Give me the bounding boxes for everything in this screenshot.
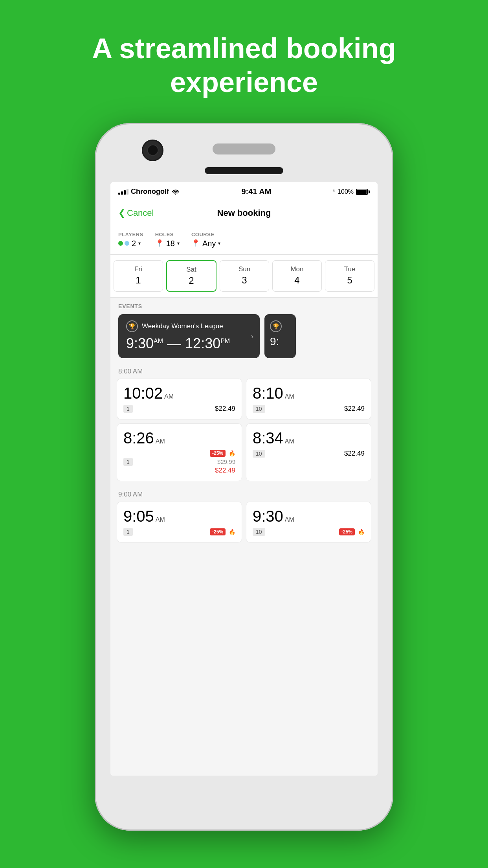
- tee-time-bottom-905: 1 -25% 🔥: [123, 528, 235, 536]
- discount-badge-826: -25%: [210, 450, 226, 457]
- events-label: EVENTS: [118, 303, 370, 309]
- event-time-2: 9:: [270, 335, 290, 348]
- tee-time-930[interactable]: 9:30 AM 10 -25% 🔥: [246, 502, 371, 542]
- status-time: 9:41 AM: [241, 187, 271, 196]
- events-scroll: 🏆 Weekday Women's League 9:30AM — 12:30P…: [118, 314, 370, 358]
- course-dropdown-icon: ▾: [218, 241, 220, 246]
- bluetooth-icon: *: [333, 188, 335, 195]
- tee-time-905[interactable]: 9:05 AM 1 -25% 🔥: [117, 502, 242, 542]
- signal-icon: [118, 189, 128, 195]
- tee-time-top-905: 9:05 AM: [123, 508, 235, 524]
- holes-filter[interactable]: HOLES 📍 18 ▾: [155, 232, 180, 248]
- phone-mockup: Chronogolf 9:41 AM * 100%: [95, 123, 393, 831]
- course-name: Any: [202, 239, 216, 248]
- course-filter[interactable]: COURSE 📍 Any ▾: [191, 232, 220, 248]
- cancel-label: Cancel: [127, 208, 154, 218]
- price-badges-905: -25% 🔥: [210, 528, 235, 535]
- players-label: PLAYERS: [118, 232, 143, 237]
- event-name-1: Weekday Women's League: [142, 322, 223, 330]
- price-badges-826: -25% 🔥 $29.99 $22.49: [210, 450, 235, 474]
- status-right: * 100%: [333, 188, 370, 195]
- status-bar: Chronogolf 9:41 AM * 100%: [110, 182, 378, 202]
- tee-time-top-810: 8:10 AM: [253, 385, 365, 401]
- price-badges-930: -25% 🔥: [339, 528, 365, 535]
- hero-title: A streamlined booking experience: [0, 31, 488, 99]
- page-title: New booking: [217, 208, 271, 218]
- date-sun[interactable]: Sun 3: [220, 260, 269, 292]
- tee-time-1002[interactable]: 10:02 AM 1 $22.49: [117, 379, 242, 419]
- event-card-1[interactable]: 🏆 Weekday Women's League 9:30AM — 12:30P…: [118, 314, 260, 358]
- tee-times-section: 8:00 AM 10:02 AM 1 $22.49: [110, 362, 378, 776]
- event-time-1: 9:30AM — 12:30PM: [126, 335, 252, 352]
- tee-time-834[interactable]: 8:34 AM 10 $22.49: [246, 423, 371, 481]
- event-header-1: 🏆 Weekday Women's League: [126, 320, 252, 332]
- course-pin-icon: 📍: [191, 239, 200, 248]
- phone-screen: Chronogolf 9:41 AM * 100%: [110, 182, 378, 776]
- event-card-2[interactable]: 🏆 9:: [264, 314, 296, 358]
- time-group-label-8am: 8:00 AM: [110, 362, 378, 379]
- holes-label: HOLES: [155, 232, 180, 237]
- tee-time-top-834: 8:34 AM: [253, 430, 365, 446]
- tee-time-bottom-810: 10 $22.49: [253, 405, 365, 413]
- tee-time-810[interactable]: 8:10 AM 10 $22.49: [246, 379, 371, 419]
- dot-empty-1: [125, 241, 129, 246]
- date-mon[interactable]: Mon 4: [272, 260, 322, 292]
- tee-time-bottom-834: 10 $22.49: [253, 450, 365, 458]
- dot-filled-1: [118, 241, 123, 246]
- tee-time-top-930: 9:30 AM: [253, 508, 365, 524]
- holes-pin-icon: 📍: [155, 239, 164, 248]
- players-dropdown-icon: ▾: [138, 241, 141, 246]
- tee-time-bottom-930: 10 -25% 🔥: [253, 528, 365, 536]
- filters-section: PLAYERS 2 ▾ HOLES: [110, 225, 378, 255]
- wifi-icon: [171, 189, 180, 195]
- discount-badge-905: -25%: [210, 528, 226, 535]
- svg-point-0: [175, 194, 176, 195]
- battery-icon: [356, 189, 370, 195]
- trophy-icon-1: 🏆: [126, 320, 138, 332]
- tee-time-top-826: 8:26 AM: [123, 430, 235, 446]
- fire-icon-905: 🔥: [229, 529, 235, 535]
- date-fri[interactable]: Fri 1: [114, 260, 163, 292]
- phone-earpiece: [205, 167, 283, 174]
- status-carrier: Chronogolf: [118, 188, 180, 196]
- course-label: COURSE: [191, 232, 220, 237]
- phone-speaker: [213, 143, 275, 154]
- tee-time-826[interactable]: 8:26 AM 1 -25% 🔥 $29.99 $22.: [117, 423, 242, 481]
- course-value-row: 📍 Any ▾: [191, 239, 220, 248]
- holes-dropdown-icon: ▾: [177, 241, 180, 246]
- discounted-price-826: $22.49: [215, 467, 235, 474]
- original-price-826: $29.99: [217, 458, 235, 465]
- tee-times-grid-8am: 10:02 AM 1 $22.49 8:10 AM: [110, 379, 378, 485]
- nav-bar: ❮ Cancel New booking: [110, 202, 378, 225]
- phone-camera: [142, 140, 163, 161]
- holes-value-row: 📍 18 ▾: [155, 239, 180, 248]
- battery-pct: 100%: [338, 188, 354, 195]
- trophy-icon-2: 🏆: [270, 320, 282, 332]
- holes-number: 18: [166, 239, 175, 248]
- fire-icon-826: 🔥: [229, 450, 235, 456]
- cancel-button[interactable]: ❮ Cancel: [118, 208, 154, 218]
- tee-times-grid-9am: 9:05 AM 1 -25% 🔥: [110, 502, 378, 546]
- tee-time-bottom-1002: 1 $22.49: [123, 405, 235, 413]
- players-number: 2: [132, 239, 136, 248]
- date-selector: Fri 1 Sat 2 Sun 3 Mon 4 Tue 5: [110, 255, 378, 298]
- date-tue[interactable]: Tue 5: [325, 260, 374, 292]
- date-sat[interactable]: Sat 2: [166, 260, 216, 292]
- carrier-name: Chronogolf: [131, 188, 169, 196]
- player-dots: [118, 241, 129, 246]
- players-value-row: 2 ▾: [118, 239, 143, 248]
- players-filter[interactable]: PLAYERS 2 ▾: [118, 232, 143, 248]
- events-section: EVENTS 🏆 Weekday Women's League 9:30AM —…: [110, 298, 378, 362]
- time-group-label-9am: 9:00 AM: [110, 485, 378, 502]
- phone-frame: Chronogolf 9:41 AM * 100%: [95, 123, 393, 831]
- back-chevron-icon: ❮: [118, 208, 125, 218]
- filters-row: PLAYERS 2 ▾ HOLES: [118, 232, 370, 248]
- fire-icon-930: 🔥: [358, 529, 365, 535]
- tee-time-bottom-826: 1 -25% 🔥 $29.99 $22.49: [123, 450, 235, 474]
- event-chevron-icon: ›: [251, 332, 253, 340]
- discount-badge-930: -25%: [339, 528, 355, 535]
- tee-time-top-1002: 10:02 AM: [123, 385, 235, 401]
